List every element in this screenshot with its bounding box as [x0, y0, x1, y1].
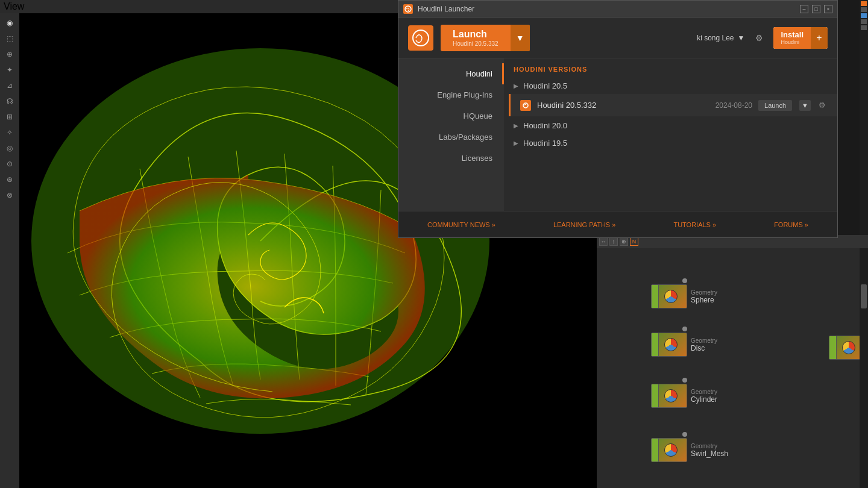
ne-tool-1[interactable]: ↔: [599, 237, 608, 246]
footer-tutorials[interactable]: TUTORIALS »: [673, 221, 716, 228]
version-item-date: 2024-08-20: [715, 101, 752, 110]
launcher-nav: Houdini Engine Plug-Ins HQueue Labs/Pack…: [398, 58, 504, 211]
toolbar-icon-11[interactable]: ⊛: [2, 172, 17, 187]
maximize-button[interactable]: □: [812, 5, 820, 13]
toolbar-icon-6[interactable]: ☊: [2, 94, 17, 108]
launch-button-label: Launch: [453, 28, 487, 40]
titlebar-controls: – □ ×: [800, 5, 832, 13]
expand-arrow-195: ▶: [514, 140, 518, 146]
user-info: ki song Lee ▼: [697, 34, 744, 42]
ne-tool-3[interactable]: ⊕: [620, 237, 628, 246]
node-sphere-type: Geometry: [691, 289, 717, 296]
version-group-200-header[interactable]: ▶ Houdini 20.0: [504, 117, 837, 134]
ne-tool-2[interactable]: ↕: [609, 237, 618, 246]
minimize-button[interactable]: –: [800, 5, 808, 13]
version-group-195: ▶ Houdini 19.5: [504, 135, 837, 151]
node-sphere-connector: [682, 278, 687, 283]
node-disc-thumb: [651, 333, 687, 357]
install-button-main: Install Houdini: [773, 27, 811, 49]
install-button-plus: +: [811, 27, 828, 49]
node-disc-type: Geometry: [691, 337, 717, 344]
node-swirl-connector: [682, 432, 687, 437]
svg-point-5: [413, 30, 429, 46]
scroll-marker-5: [861, 25, 867, 30]
versions-header: HOUDINI VERSIONS: [504, 58, 837, 78]
toolbar-icon-5[interactable]: ⊿: [2, 78, 17, 93]
toolbar-icon-4[interactable]: ✦: [2, 63, 17, 77]
version-group-195-header[interactable]: ▶ Houdini 19.5: [504, 135, 837, 151]
nav-item-houdini[interactable]: Houdini: [398, 63, 504, 84]
svg-point-4: [405, 6, 411, 12]
launch-button[interactable]: Launch Houdini 20.5.332 ▼: [441, 25, 530, 51]
ne-scrollbar[interactable]: [860, 248, 868, 488]
node-wires: [597, 248, 868, 488]
footer-learning[interactable]: LEARNING PATHS »: [553, 221, 616, 228]
user-dropdown-icon: ▼: [738, 34, 745, 42]
version-launch-button[interactable]: Launch: [758, 100, 792, 111]
launcher-app-icon: [403, 4, 413, 14]
launcher-header: Launch Houdini 20.5.332 ▼ ki song Lee ▼ …: [398, 17, 837, 58]
node-swirl-thumb: [651, 438, 687, 462]
settings-button[interactable]: ⚙: [752, 31, 766, 45]
node-cylinder[interactable]: Geometry Cylinder: [651, 378, 717, 408]
launcher-titlebar: Houdini Launcher – □ ×: [398, 1, 837, 17]
version-item-icon: [520, 100, 531, 111]
install-button[interactable]: Install Houdini +: [773, 27, 828, 49]
toolbar-icon-2[interactable]: ⬚: [2, 31, 17, 46]
version-group-205-header[interactable]: ▶ Houdini 20.5: [504, 78, 837, 94]
version-settings-button[interactable]: ⚙: [817, 99, 828, 111]
node-cylinder-connector: [682, 378, 687, 383]
node-cylinder-type: Geometry: [691, 389, 717, 395]
footer-community[interactable]: COMMUNITY NEWS »: [427, 221, 495, 228]
node-swirl-mesh[interactable]: Geometry Swirl_Mesh: [651, 432, 728, 462]
install-button-label: Install: [781, 30, 804, 40]
viewport-top-bar: View: [0, 0, 398, 13]
footer-forums[interactable]: FORUMS »: [774, 221, 808, 228]
scroll-marker-4: [861, 19, 867, 24]
version-group-205: ▶ Houdini 20.5 Houdini 20.5.332 2024-08-…: [504, 78, 837, 116]
close-button[interactable]: ×: [824, 5, 832, 13]
scroll-marker-3: [861, 13, 867, 18]
node-sphere-thumb: [651, 284, 687, 308]
view-label: View: [4, 1, 24, 12]
node-editor-panel: ↔ ↕ ⊕ N Geometry Sphere: [597, 235, 868, 488]
nav-item-licenses[interactable]: Licenses: [398, 148, 504, 169]
version-item-20532: Houdini 20.5.332 2024-08-20 Launch ▼ ⚙: [509, 94, 837, 116]
toolbar-icon-7[interactable]: ⊞: [2, 110, 17, 124]
node-sphere-name: Sphere: [691, 296, 717, 304]
toolbar-icon-8[interactable]: ✧: [2, 125, 17, 140]
left-toolbar: ◉ ⬚ ⊕ ✦ ⊿ ☊ ⊞ ✧ ◎ ⊙ ⊛ ⊗: [0, 13, 19, 488]
toolbar-icon-10[interactable]: ⊙: [2, 157, 17, 171]
version-item-name: Houdini 20.5.332: [537, 101, 709, 110]
nav-item-labs[interactable]: Labs/Packages: [398, 127, 504, 148]
version-launch-dropdown[interactable]: ▼: [799, 100, 811, 111]
launch-button-version: Houdini 20.5.332: [453, 40, 498, 47]
ne-scroll-thumb: [861, 284, 867, 308]
launch-button-main: Launch Houdini 20.5.332: [441, 28, 511, 46]
nav-item-engine[interactable]: Engine Plug-Ins: [398, 84, 504, 105]
right-app-scrollbar[interactable]: [860, 0, 868, 235]
nav-item-hqueue[interactable]: HQueue: [398, 105, 504, 127]
version-group-200: ▶ Houdini 20.0: [504, 117, 837, 134]
scroll-marker-2: [861, 7, 867, 12]
version-group-205-label: Houdini 20.5: [523, 81, 567, 90]
toolbar-icon-12[interactable]: ⊗: [2, 188, 17, 202]
node-sphere[interactable]: Geometry Sphere: [651, 278, 717, 308]
install-button-sublabel: Houdini: [781, 39, 799, 45]
toolbar-icon-9[interactable]: ◎: [2, 141, 17, 155]
node-disc-connector: [682, 327, 687, 331]
launch-button-arrow[interactable]: ▼: [511, 25, 530, 51]
user-name: ki song Lee: [697, 34, 734, 42]
node-disc-name: Disc: [691, 344, 717, 352]
launcher-title: Houdini Launcher: [418, 5, 795, 13]
launcher-dialog: Houdini Launcher – □ × Launch Houdini 20…: [398, 0, 838, 238]
node-swirl-type: Geometry: [691, 443, 728, 449]
node-swirl-name: Swirl_Mesh: [691, 449, 728, 458]
launcher-body: Houdini Engine Plug-Ins HQueue Labs/Pack…: [398, 58, 837, 211]
toolbar-icon-1[interactable]: ◉: [2, 16, 17, 30]
ne-tool-4[interactable]: N: [630, 237, 638, 246]
version-group-195-label: Houdini 19.5: [523, 139, 567, 148]
node-cylinder-name: Cylinder: [691, 395, 717, 404]
toolbar-icon-3[interactable]: ⊕: [2, 47, 17, 61]
node-disc[interactable]: Geometry Disc: [651, 327, 717, 357]
